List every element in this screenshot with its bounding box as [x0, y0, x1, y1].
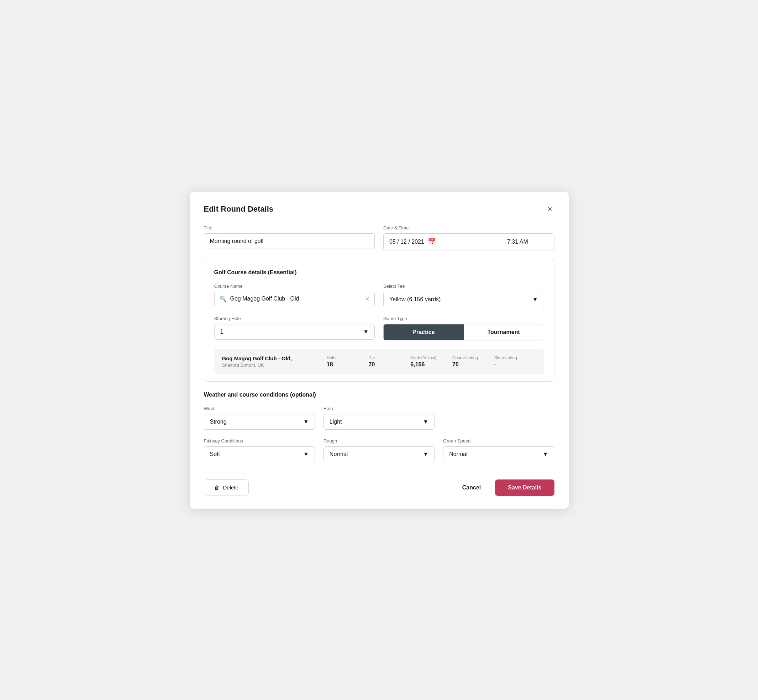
- holes-stat: Holes 18: [327, 355, 369, 368]
- course-tee-row: Course Name 🔍 ✕ Select Tee Yellow (6,156…: [214, 283, 544, 307]
- fairway-value: Soft: [210, 451, 220, 458]
- starting-hole-dropdown[interactable]: 1 ▼: [214, 324, 375, 340]
- par-value: 70: [369, 361, 375, 368]
- modal-header: Edit Round Details ×: [204, 205, 554, 214]
- fairway-rough-green-row: Fairway Conditions Soft ▼ Rough Normal ▼…: [204, 438, 554, 462]
- yards-value: 6,156: [410, 361, 424, 368]
- course-name-group: Course Name 🔍 ✕: [214, 283, 375, 307]
- game-type-group: Game Type Practice Tournament: [383, 316, 544, 341]
- trash-icon: 🗑: [214, 484, 219, 491]
- date-field[interactable]: 05 / 12 / 2021 📅: [383, 233, 481, 250]
- rough-label: Rough: [324, 438, 434, 444]
- date-time-field: 05 / 12 / 2021 📅 7:31 AM: [383, 233, 554, 250]
- datetime-label: Date & Time: [383, 225, 554, 230]
- select-tee-value: Yellow (6,156 yards): [389, 296, 440, 303]
- rough-value: Normal: [329, 451, 348, 458]
- footer-right: Cancel Save Details: [457, 480, 554, 496]
- yards-stat: Yards(Yellow) 6,156: [410, 355, 452, 368]
- title-group: Title: [204, 225, 375, 250]
- green-speed-label: Green Speed: [443, 438, 554, 444]
- title-label: Title: [204, 225, 375, 230]
- course-name-display: Gog Magog Golf Club - Old,: [222, 355, 327, 361]
- hole-gametype-row: Starting Hole 1 ▼ Game Type Practice Tou…: [214, 316, 544, 341]
- golf-course-section: Golf Course details (Essential) Course N…: [204, 259, 554, 382]
- select-tee-group: Select Tee Yellow (6,156 yards) ▼: [383, 283, 544, 307]
- clear-icon[interactable]: ✕: [365, 295, 370, 302]
- rain-value: Light: [329, 419, 342, 425]
- search-icon: 🔍: [219, 295, 227, 302]
- edit-round-modal: Edit Round Details × Title Date & Time 0…: [190, 192, 568, 509]
- course-rating-value: 70: [452, 361, 459, 368]
- footer-row: 🗑 Delete Cancel Save Details: [204, 472, 554, 496]
- game-type-label: Game Type: [383, 316, 544, 321]
- green-speed-value: Normal: [449, 451, 468, 458]
- course-rating-stat: Course rating 70: [452, 355, 494, 368]
- par-label: Par: [369, 355, 376, 360]
- title-datetime-row: Title Date & Time 05 / 12 / 2021 📅 7:31 …: [204, 225, 554, 250]
- course-info-name: Gog Magog Golf Club - Old, Shelford Bott…: [222, 355, 327, 368]
- select-tee-dropdown[interactable]: Yellow (6,156 yards) ▼: [383, 292, 544, 307]
- rain-group: Rain Light ▼: [324, 406, 434, 430]
- chevron-down-icon: ▼: [363, 329, 369, 335]
- course-name-input[interactable]: [230, 295, 362, 302]
- fairway-group: Fairway Conditions Soft ▼: [204, 438, 315, 462]
- chevron-down-icon: ▼: [543, 451, 548, 458]
- slope-rating-stat: Slope rating -: [494, 355, 536, 368]
- rain-label: Rain: [324, 406, 434, 411]
- close-button[interactable]: ×: [545, 205, 554, 214]
- fairway-label: Fairway Conditions: [204, 438, 315, 444]
- wind-value: Strong: [210, 419, 227, 425]
- slope-rating-label: Slope rating: [494, 355, 517, 360]
- starting-hole-label: Starting Hole: [214, 316, 375, 321]
- date-value: 05 / 12 / 2021: [389, 239, 424, 245]
- course-info-row: Gog Magog Golf Club - Old, Shelford Bott…: [214, 349, 544, 374]
- practice-button[interactable]: Practice: [384, 324, 464, 340]
- time-field[interactable]: 7:31 AM: [481, 233, 554, 250]
- course-name-search[interactable]: 🔍 ✕: [214, 292, 375, 306]
- holes-value: 18: [327, 361, 333, 368]
- time-value: 7:31 AM: [507, 239, 528, 245]
- calendar-icon: 📅: [428, 238, 435, 246]
- starting-hole-group: Starting Hole 1 ▼: [214, 316, 375, 341]
- yards-label: Yards(Yellow): [410, 355, 436, 360]
- starting-hole-value: 1: [220, 329, 224, 335]
- wind-group: Wind Strong ▼: [204, 406, 315, 430]
- wind-dropdown[interactable]: Strong ▼: [204, 414, 315, 430]
- green-speed-dropdown[interactable]: Normal ▼: [443, 446, 554, 462]
- title-input[interactable]: [204, 233, 375, 249]
- chevron-down-icon: ▼: [303, 419, 309, 425]
- green-speed-group: Green Speed Normal ▼: [443, 438, 554, 462]
- select-tee-label: Select Tee: [383, 283, 544, 289]
- wind-rain-row: Wind Strong ▼ Rain Light ▼: [204, 406, 554, 430]
- golf-course-title: Golf Course details (Essential): [214, 269, 544, 276]
- rough-dropdown[interactable]: Normal ▼: [324, 446, 434, 462]
- save-button[interactable]: Save Details: [495, 480, 554, 496]
- weather-section: Weather and course conditions (optional)…: [204, 392, 554, 462]
- game-type-toggle: Practice Tournament: [383, 324, 544, 341]
- chevron-down-icon: ▼: [532, 296, 538, 303]
- par-stat: Par 70: [369, 355, 411, 368]
- holes-label: Holes: [327, 355, 338, 360]
- weather-section-title: Weather and course conditions (optional): [204, 392, 554, 398]
- rain-dropdown[interactable]: Light ▼: [324, 414, 434, 430]
- rough-group: Rough Normal ▼: [324, 438, 434, 462]
- wind-label: Wind: [204, 406, 315, 411]
- cancel-button[interactable]: Cancel: [457, 480, 487, 495]
- chevron-down-icon: ▼: [423, 419, 429, 425]
- chevron-down-icon: ▼: [423, 451, 429, 458]
- course-name-label: Course Name: [214, 283, 375, 289]
- tournament-button[interactable]: Tournament: [464, 324, 544, 340]
- course-location: Shelford Bottom, UK: [222, 362, 327, 368]
- slope-rating-value: -: [494, 361, 496, 368]
- datetime-group: Date & Time 05 / 12 / 2021 📅 7:31 AM: [383, 225, 554, 250]
- delete-label: Delete: [223, 484, 238, 491]
- modal-title: Edit Round Details: [204, 205, 274, 214]
- chevron-down-icon: ▼: [303, 451, 309, 458]
- fairway-dropdown[interactable]: Soft ▼: [204, 446, 315, 462]
- course-rating-label: Course rating: [452, 355, 478, 360]
- delete-button[interactable]: 🗑 Delete: [204, 480, 249, 495]
